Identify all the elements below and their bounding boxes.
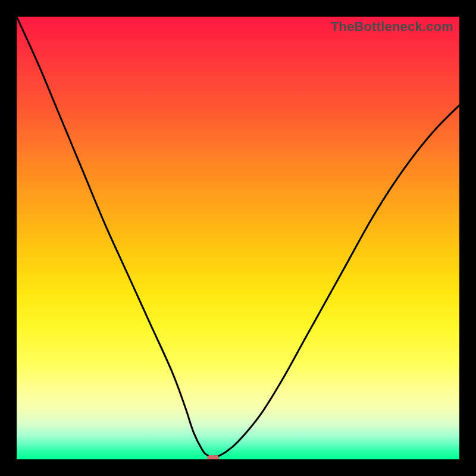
bottleneck-curve: [17, 17, 459, 459]
minimum-marker: [207, 455, 219, 459]
chart-container: TheBottleneck.com: [0, 0, 476, 476]
plot-area: TheBottleneck.com: [17, 17, 459, 459]
